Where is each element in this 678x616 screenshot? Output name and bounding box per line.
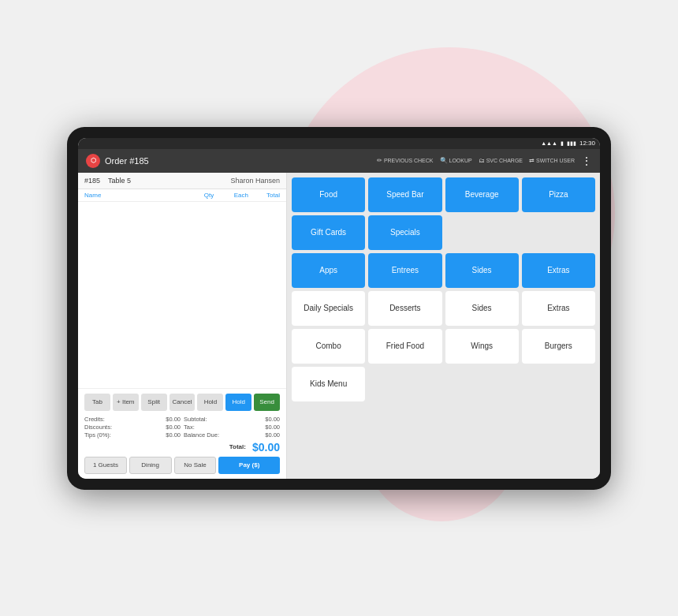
balance-due-label: Balance Due:: [184, 431, 219, 439]
switch-user-btn[interactable]: ⇄ SWITCH USER: [529, 157, 575, 164]
extras-white-button[interactable]: Extras: [522, 291, 595, 326]
order-title: Order #185: [105, 156, 372, 166]
subtotal-label: Subtotal:: [184, 416, 207, 423]
server-name: Sharon Hansen: [230, 177, 280, 185]
menu-panel: Food Speed Bar Beverage Pizza Gift Cards…: [287, 173, 600, 479]
main-content: #185 Table 5 Sharon Hansen Name Qty Each…: [78, 173, 600, 479]
subtotal-value: $0.00: [265, 416, 280, 423]
switch-user-icon: ⇄: [529, 157, 535, 164]
tips-row: Tips (0%): $0.00: [84, 431, 181, 439]
total-row: Total: $0.00: [84, 441, 280, 454]
column-name: Name: [84, 192, 197, 199]
extras-blue-button[interactable]: Extras: [522, 253, 595, 288]
gift-cards-button[interactable]: Gift Cards: [292, 215, 365, 250]
order-panel: #185 Table 5 Sharon Hansen Name Qty Each…: [78, 173, 287, 479]
menu-row-2: Gift Cards Specials: [292, 215, 595, 250]
previous-check-btn[interactable]: ✏ PREVIOUS CHECK: [377, 157, 434, 164]
svc-charge-label: SVC CHARGE: [486, 158, 523, 163]
signal-icon: ▮: [561, 140, 564, 147]
wifi-icon: ▲▲▲: [541, 140, 557, 146]
beverage-button[interactable]: Beverage: [445, 177, 519, 212]
specials-button[interactable]: Specials: [368, 215, 441, 250]
apps-button[interactable]: Apps: [292, 253, 365, 288]
pencil-icon: ✏: [377, 157, 382, 164]
financials: Credits: $0.00 Subtotal: $0.00 Discounts…: [84, 416, 280, 439]
guests-button[interactable]: 1 Guests: [84, 457, 127, 474]
burgers-button[interactable]: Burgers: [522, 329, 595, 364]
menu-row-5: Combo Fried Food Wings Burgers: [292, 329, 595, 364]
more-options-icon[interactable]: ⋮: [581, 155, 592, 167]
cancel-button[interactable]: Cancel: [170, 394, 196, 411]
menu-row-4: Daily Specials Desserts Sides Extras: [292, 291, 595, 326]
credits-value: $0.00: [166, 416, 181, 423]
desserts-button[interactable]: Desserts: [368, 291, 441, 326]
dining-button[interactable]: Dining: [129, 457, 172, 474]
send-button[interactable]: Send: [254, 394, 280, 411]
order-number: #185: [84, 177, 100, 185]
column-each: Each: [221, 192, 248, 199]
previous-check-label: PREVIOUS CHECK: [384, 158, 434, 163]
tax-label: Tax:: [184, 424, 195, 431]
tax-value: $0.00: [265, 424, 280, 431]
food-button[interactable]: Food: [292, 177, 365, 212]
total-label: Total:: [229, 443, 246, 450]
battery-icon: ▮▮▮: [567, 140, 576, 147]
menu-row-6: Kids Menu: [292, 367, 595, 401]
svc-charge-btn[interactable]: 🗂 SVC CHARGE: [479, 157, 523, 164]
discounts-label: Discounts:: [84, 424, 112, 431]
column-qty: Qty: [197, 192, 221, 199]
hold-button[interactable]: Hold: [197, 394, 223, 411]
status-bar: ▲▲▲ ▮ ▮▮▮ 12:30: [78, 138, 600, 149]
sides-white-button[interactable]: Sides: [445, 291, 519, 326]
tab-button[interactable]: Tab: [84, 394, 110, 411]
tablet-screen: ▲▲▲ ▮ ▮▮▮ 12:30 ⬡ Order #185 ✏ PREVIOUS …: [78, 138, 600, 479]
menu-row-3: Apps Entrees Sides Extras: [292, 253, 595, 288]
lookup-icon: 🔍: [440, 157, 448, 164]
tablet-shell: ▲▲▲ ▮ ▮▮▮ 12:30 ⬡ Order #185 ✏ PREVIOUS …: [67, 127, 611, 490]
add-item-button[interactable]: + Item: [113, 394, 139, 411]
daily-specials-button[interactable]: Daily Specials: [292, 291, 365, 326]
discounts-row: Discounts: $0.00: [84, 424, 181, 431]
no-sale-button[interactable]: No Sale: [174, 457, 217, 474]
discounts-value: $0.00: [166, 424, 181, 431]
sides-blue-button[interactable]: Sides: [445, 253, 519, 288]
entrees-button[interactable]: Entrees: [368, 253, 441, 288]
fried-food-button[interactable]: Fried Food: [368, 329, 441, 364]
table-name: Table 5: [108, 177, 131, 185]
total-value: $0.00: [252, 441, 280, 454]
app-logo: ⬡: [86, 154, 100, 168]
hold-blue-button[interactable]: Hold: [225, 394, 251, 411]
order-header: #185 Table 5 Sharon Hansen: [78, 173, 286, 189]
action-buttons: Tab + Item Split Cancel Hold Hold Send: [84, 394, 280, 411]
order-items-list: [78, 202, 286, 388]
tips-value: $0.00: [166, 431, 181, 439]
speed-bar-button[interactable]: Speed Bar: [368, 177, 441, 212]
combo-button[interactable]: Combo: [292, 329, 365, 364]
menu-row-1: Food Speed Bar Beverage Pizza: [292, 177, 595, 212]
pay-button[interactable]: Pay ($): [218, 457, 280, 474]
order-column-headers: Name Qty Each Total: [78, 189, 286, 202]
nav-bar: ⬡ Order #185 ✏ PREVIOUS CHECK 🔍 LOOKUP 🗂…: [78, 149, 600, 173]
empty-slot-1: [445, 215, 519, 250]
empty-slot-2: [522, 215, 595, 250]
order-info-left: #185 Table 5: [84, 177, 131, 185]
balance-due-row: Balance Due: $0.00: [184, 431, 280, 439]
kids-menu-button[interactable]: Kids Menu: [292, 367, 365, 401]
lookup-label: LOOKUP: [449, 158, 472, 163]
lookup-btn[interactable]: 🔍 LOOKUP: [440, 157, 472, 164]
balance-due-value: $0.00: [265, 431, 280, 439]
svc-charge-icon: 🗂: [479, 157, 485, 164]
bottom-buttons: 1 Guests Dining No Sale Pay ($): [84, 457, 280, 474]
credits-label: Credits:: [84, 416, 105, 423]
column-total: Total: [248, 192, 280, 199]
split-button[interactable]: Split: [141, 394, 167, 411]
credits-row: Credits: $0.00: [84, 416, 181, 423]
switch-user-label: SWITCH USER: [536, 158, 575, 163]
nav-actions: ✏ PREVIOUS CHECK 🔍 LOOKUP 🗂 SVC CHARGE ⇄…: [377, 155, 592, 167]
empty-slot-3: [368, 367, 441, 401]
tips-label: Tips (0%):: [84, 431, 111, 439]
wings-button[interactable]: Wings: [445, 329, 519, 364]
order-footer: Tab + Item Split Cancel Hold Hold Send C…: [78, 388, 286, 479]
pizza-button[interactable]: Pizza: [522, 177, 595, 212]
tax-row: Tax: $0.00: [184, 424, 280, 431]
